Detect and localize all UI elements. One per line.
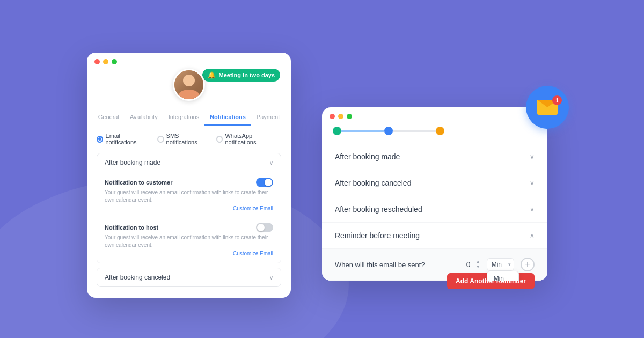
reminder-expanded-section: When will this email be sent? 0 ▲ ▼ Min bbox=[322, 248, 547, 280]
right-accordion-booking-rescheduled: After booking rescheduled ∨ bbox=[322, 196, 547, 223]
right-accordion-reminder: Reminder before meeting ∧ When will this… bbox=[322, 223, 547, 281]
stepper-down-arrow[interactable]: ▼ bbox=[476, 264, 480, 270]
whatsapp-label: WhatsApp notifications bbox=[225, 133, 281, 145]
stepper-arrows: ▲ ▼ bbox=[476, 259, 480, 269]
right-accordion-booking-made: After booking made ∨ bbox=[322, 144, 547, 170]
email-label: Email notifications bbox=[105, 133, 150, 145]
right-maximize-dot bbox=[347, 114, 352, 119]
accordion-booking-made-body: Notification to customer Your guest will… bbox=[97, 172, 281, 263]
notification-host-title: Notification to host bbox=[105, 224, 158, 231]
right-accordion-booking-rescheduled-header[interactable]: After booking rescheduled ∨ bbox=[322, 196, 547, 222]
divider bbox=[105, 218, 273, 218]
chevron-down-icon: ∨ bbox=[269, 160, 273, 166]
accordion-booking-canceled: After booking canceled ∨ bbox=[97, 268, 281, 287]
notification-customer-title: Notification to customer bbox=[105, 179, 173, 186]
accordion-booking-made-title: After booking made bbox=[105, 159, 160, 166]
notification-customer-header: Notification to customer bbox=[105, 178, 273, 187]
right-chevron-reminder: ∧ bbox=[530, 232, 535, 239]
step-1-dot bbox=[333, 127, 341, 135]
right-accordion: After booking made ∨ After booking cance… bbox=[322, 144, 547, 281]
avatar-image bbox=[174, 70, 203, 99]
notification-customer-row: Notification to customer Your guest will… bbox=[105, 178, 273, 211]
notification-type-group: Email notifications SMS notifications Wh… bbox=[97, 133, 281, 145]
right-accordion-reminder-header[interactable]: Reminder before meeting ∧ bbox=[322, 223, 547, 248]
scene: 🔔 Meeting in two days General Availabili… bbox=[0, 0, 644, 338]
close-dot bbox=[94, 59, 100, 64]
traffic-lights bbox=[87, 53, 291, 69]
reminder-row: When will this email be sent? 0 ▲ ▼ Min bbox=[335, 258, 535, 271]
unit-option-min[interactable]: Min bbox=[487, 271, 518, 281]
right-booking-made-title: After booking made bbox=[335, 152, 400, 161]
customer-toggle[interactable] bbox=[256, 178, 273, 187]
right-card-inner: After booking made ∨ After booking cance… bbox=[322, 107, 547, 281]
email-notifications-radio[interactable]: Email notifications bbox=[97, 133, 150, 145]
right-booking-canceled-title: After booking canceled bbox=[335, 179, 411, 187]
nav-tabs: General Availability Integrations Notifi… bbox=[87, 109, 291, 126]
right-booking-rescheduled-title: After booking rescheduled bbox=[335, 205, 422, 214]
unit-select-button[interactable]: Min bbox=[487, 258, 514, 271]
tab-integrations[interactable]: Integrations bbox=[163, 109, 204, 126]
notification-customer-desc: Your guest will receive an email confirm… bbox=[105, 189, 273, 204]
notification-host-header: Notification to host bbox=[105, 223, 273, 232]
right-accordion-booking-made-header[interactable]: After booking made ∨ bbox=[322, 144, 547, 170]
tab-notifications[interactable]: Notifications bbox=[204, 109, 251, 126]
left-card: 🔔 Meeting in two days General Availabili… bbox=[87, 53, 291, 298]
right-chevron-booking-made: ∨ bbox=[530, 153, 535, 160]
accordion-booking-canceled-title: After booking canceled bbox=[105, 274, 170, 281]
right-chevron-booking-canceled: ∨ bbox=[530, 179, 535, 187]
add-reminder-circle-button[interactable]: + bbox=[521, 258, 535, 271]
customize-email-link-host[interactable]: Customize Email bbox=[105, 251, 273, 256]
right-reminder-title: Reminder before meeting bbox=[335, 231, 420, 240]
right-chevron-booking-rescheduled: ∨ bbox=[530, 205, 535, 213]
notifications-section: Email notifications SMS notifications Wh… bbox=[87, 126, 291, 298]
unit-dropdown-menu: Min Hour Day bbox=[487, 271, 519, 281]
right-close-dot bbox=[330, 114, 335, 119]
avatar bbox=[173, 69, 205, 101]
right-accordion-booking-canceled-header[interactable]: After booking canceled ∨ bbox=[322, 170, 547, 196]
bell-icon: 🔔 bbox=[208, 71, 216, 79]
progress-bar bbox=[322, 124, 547, 144]
radio-inactive bbox=[157, 136, 164, 143]
reminder-number-value: 0 bbox=[463, 260, 474, 269]
meeting-badge-text: Meeting in two days bbox=[218, 72, 275, 78]
unit-select: Min Min Hour Day bbox=[487, 258, 514, 271]
notification-host-desc: Your guest will receive an email confirm… bbox=[105, 234, 273, 249]
radio-active bbox=[97, 136, 103, 143]
right-card: 1 After boo bbox=[322, 107, 547, 281]
tab-payment[interactable]: Payment bbox=[251, 109, 285, 126]
right-traffic-lights bbox=[322, 107, 547, 124]
email-icon: 1 bbox=[537, 100, 558, 115]
accordion-booking-made-header[interactable]: After booking made ∨ bbox=[97, 153, 281, 172]
meeting-badge: 🔔 Meeting in two days bbox=[202, 69, 280, 82]
accordion-booking-made: After booking made ∨ Notification to cus… bbox=[97, 153, 281, 263]
tab-availability[interactable]: Availability bbox=[125, 109, 163, 126]
step-line-1 bbox=[341, 130, 384, 132]
notification-host-row: Notification to host Your guest will rec… bbox=[105, 223, 273, 256]
tab-general[interactable]: General bbox=[93, 109, 125, 126]
sms-notifications-radio[interactable]: SMS notifications bbox=[157, 133, 209, 145]
sms-label: SMS notifications bbox=[166, 133, 209, 145]
number-input-group: 0 ▲ ▼ bbox=[463, 259, 480, 269]
customize-email-link-customer[interactable]: Customize Email bbox=[105, 205, 273, 211]
accordion-booking-canceled-header[interactable]: After booking canceled ∨ bbox=[97, 268, 281, 286]
maximize-dot bbox=[112, 59, 117, 64]
right-accordion-booking-canceled: After booking canceled ∨ bbox=[322, 170, 547, 196]
reminder-label: When will this email be sent? bbox=[335, 261, 457, 269]
stepper-up-arrow[interactable]: ▲ bbox=[476, 259, 480, 264]
profile-section: 🔔 Meeting in two days bbox=[87, 69, 291, 109]
right-minimize-dot bbox=[338, 114, 343, 119]
email-icon-badge: 1 bbox=[526, 86, 569, 129]
host-toggle[interactable] bbox=[256, 223, 273, 232]
step-3-dot bbox=[436, 127, 444, 135]
step-line-2 bbox=[393, 130, 436, 132]
step-2-dot bbox=[384, 127, 393, 135]
notification-count-badge: 1 bbox=[552, 95, 562, 105]
chevron-down-icon-2: ∨ bbox=[269, 275, 273, 281]
radio-inactive-2 bbox=[216, 136, 223, 143]
minimize-dot bbox=[103, 59, 108, 64]
whatsapp-notifications-radio[interactable]: WhatsApp notifications bbox=[216, 133, 281, 145]
